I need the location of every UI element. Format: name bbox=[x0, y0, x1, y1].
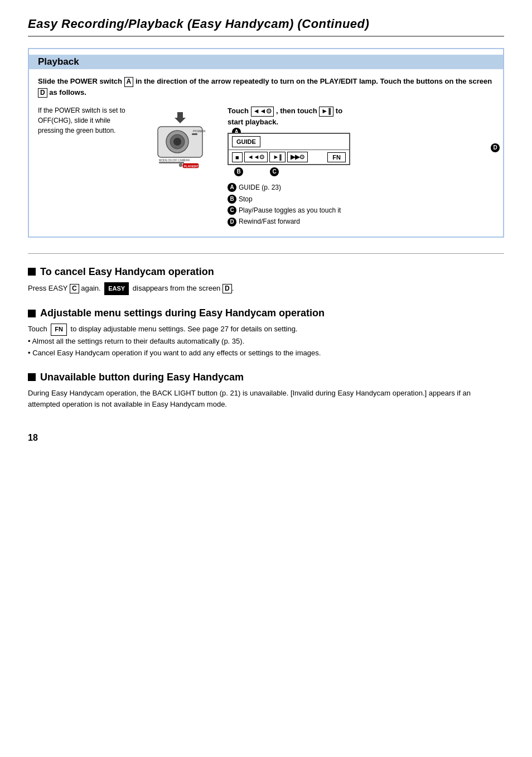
camera-diagram: POWER MODE ON OFF CAMERA PLAY/EDIT bbox=[144, 105, 216, 172]
fn-inline: FN bbox=[51, 324, 67, 336]
box-d-cancel: D bbox=[223, 284, 232, 294]
legend-list: A GUIDE (p. 23) B Stop C Play/Pause togg… bbox=[228, 182, 494, 228]
bullet-1: Almost all the settings return to their … bbox=[28, 336, 504, 348]
screen-diagram: GUIDE ■ ◄◄⊙ ►‖ ▶▶⊙ FN bbox=[228, 133, 350, 165]
circle-d-pos: D bbox=[491, 143, 502, 152]
svg-text:PLAY/EDIT: PLAY/EDIT bbox=[184, 165, 199, 168]
rew-button-label: ◄◄⊙ bbox=[251, 107, 274, 117]
cancel-heading: To cancel Easy Handycam operation bbox=[28, 266, 504, 278]
svg-rect-10 bbox=[159, 162, 184, 163]
page-number: 18 bbox=[28, 433, 504, 443]
svg-text:CAMERA: CAMERA bbox=[178, 158, 190, 162]
svg-marker-0 bbox=[175, 112, 186, 123]
circle-b-pos: B bbox=[234, 167, 245, 176]
play-button-label: ►‖ bbox=[319, 107, 333, 117]
unavailable-heading: Unavailable button during Easy Handycam bbox=[28, 372, 504, 383]
box-c-cancel: C bbox=[70, 284, 79, 294]
touch-instruction: Touch ◄◄⊙ , then touch ►‖ tostart playba… bbox=[228, 105, 494, 127]
easy-badge: EASY bbox=[104, 282, 129, 296]
box-d-instruction: D bbox=[38, 88, 47, 98]
ff-button[interactable]: ▶▶⊙ bbox=[287, 152, 308, 162]
legend-item-c: C Play/Pause toggles as you touch it bbox=[228, 205, 494, 216]
adjustable-heading: Adjustable menu settings during Easy Han… bbox=[28, 307, 504, 319]
stop-button[interactable]: ■ bbox=[232, 152, 243, 162]
play-pause-button[interactable]: ►‖ bbox=[269, 152, 286, 162]
page-title: Easy Recording/Playback (Easy Handycam) … bbox=[28, 17, 504, 37]
cancel-body: Press EASY C again. EASY disappears from… bbox=[28, 282, 504, 296]
rew-button[interactable]: ◄◄⊙ bbox=[244, 152, 268, 162]
playback-content: If the POWER switch is set to OFF(CHG), … bbox=[38, 105, 494, 228]
svg-point-4 bbox=[173, 138, 181, 146]
playback-section: Playback Slide the POWER switch A in the… bbox=[28, 48, 504, 238]
svg-text:MODE: MODE bbox=[159, 158, 168, 162]
circle-c: C bbox=[270, 167, 279, 176]
screen-top-row: GUIDE bbox=[229, 134, 349, 150]
fn-button[interactable]: FN bbox=[327, 152, 346, 162]
screen-bottom-row: ■ ◄◄⊙ ►‖ ▶▶⊙ FN bbox=[229, 150, 349, 164]
playback-header: Playback bbox=[29, 55, 503, 69]
screen-diagram-wrap: A D GUIDE ■ ◄◄⊙ ►‖ ▶▶⊙ FN bbox=[228, 133, 494, 165]
square-icon-unavailable bbox=[28, 373, 36, 381]
playback-instruction: Slide the POWER switch A in the directio… bbox=[38, 76, 494, 98]
right-panel: Touch ◄◄⊙ , then touch ►‖ tostart playba… bbox=[228, 105, 494, 228]
legend-item-b: B Stop bbox=[228, 194, 494, 205]
divider-1 bbox=[28, 253, 504, 254]
square-icon-adjustable bbox=[28, 310, 36, 317]
box-a: A bbox=[124, 77, 134, 87]
circle-c-pos: C bbox=[270, 167, 281, 176]
guide-button[interactable]: GUIDE bbox=[232, 136, 260, 147]
svg-rect-6 bbox=[192, 133, 197, 135]
legend-item-d: D Rewind/Fast forward bbox=[228, 216, 494, 227]
svg-text:POWER: POWER bbox=[193, 129, 206, 133]
legend-item-a: A GUIDE (p. 23) bbox=[228, 182, 494, 193]
unavailable-body: During Easy Handycam operation, the BACK… bbox=[28, 388, 504, 411]
adjustable-body: Touch FN to display adjustable menu sett… bbox=[28, 324, 504, 359]
svg-point-13 bbox=[179, 163, 182, 167]
circle-b: B bbox=[234, 167, 243, 176]
circle-d: D bbox=[491, 143, 500, 152]
left-note: If the POWER switch is set to OFF(CHG), … bbox=[38, 105, 133, 136]
square-icon-cancel bbox=[28, 268, 36, 276]
svg-text:ON OFF: ON OFF bbox=[168, 159, 177, 162]
adjustable-bullets: Almost all the settings return to their … bbox=[28, 336, 504, 359]
bullet-2: Cancel Easy Handycam operation if you wa… bbox=[28, 348, 504, 359]
